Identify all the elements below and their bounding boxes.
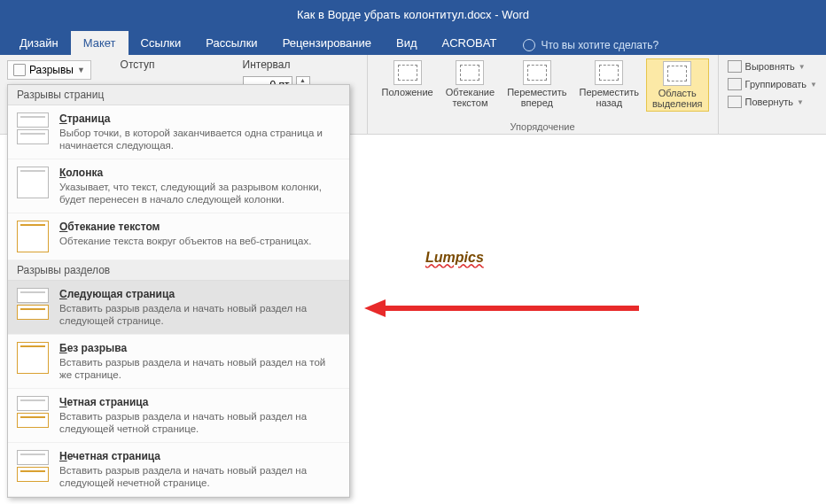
- break-column[interactable]: КолонкаУказывает, что текст, следующий з…: [8, 159, 349, 213]
- align-button[interactable]: Выровнять▼: [724, 58, 821, 74]
- breaks-label: Разрывы: [29, 64, 74, 76]
- tab-design[interactable]: Дизайн: [7, 31, 71, 55]
- chevron-down-icon: ▼: [77, 66, 85, 74]
- arrow-line: [382, 306, 639, 311]
- tab-mailings[interactable]: Рассылки: [193, 31, 269, 55]
- item-desc: Вставить разрыв раздела и начать новый р…: [59, 464, 340, 489]
- break-continuous[interactable]: Без разрываВставить разрыв раздела и нач…: [8, 335, 349, 389]
- item-desc: Обтекание текста вокруг объектов на веб-…: [59, 235, 340, 247]
- arrange-side-buttons: Выровнять▼ Группировать▼ Повернуть▼: [719, 55, 826, 134]
- item-desc: Вставить разрыв раздела и начать новый р…: [59, 356, 340, 381]
- group-icon: [728, 78, 742, 90]
- item-desc: Вставить разрыв раздела и начать новый р…: [59, 410, 340, 435]
- ribbon: Разрывы ▼ Отступ Интервал 0 пт ▲▼ 8 пт ▲…: [0, 55, 826, 135]
- item-title: Четная страница: [59, 396, 340, 408]
- send-backward-button[interactable]: Переместить назад: [574, 58, 644, 112]
- position-icon: [394, 60, 422, 85]
- even-page-icon: [17, 396, 49, 428]
- item-desc: Указывает, что текст, следующий за разры…: [59, 181, 340, 205]
- column-break-icon: [17, 167, 49, 198]
- item-title: Следующая страница: [59, 288, 340, 300]
- tab-acrobat[interactable]: ACROBAT: [430, 31, 510, 55]
- wrap-text-button[interactable]: Обтекание текстом: [440, 58, 500, 112]
- align-icon: [728, 60, 742, 73]
- item-title: Обтекание текстом: [59, 221, 340, 233]
- ribbon-tabs: Дизайн Макет Ссылки Рассылки Рецензирова…: [0, 29, 826, 55]
- tell-me-label: Что вы хотите сделать?: [541, 39, 658, 51]
- position-button[interactable]: Положение: [377, 58, 439, 112]
- chevron-down-icon: ▼: [810, 81, 817, 89]
- break-page[interactable]: СтраницаВыбор точки, в которой заканчива…: [8, 105, 349, 159]
- dropdown-section-page-breaks: Разрывы страниц: [8, 85, 349, 105]
- bring-forward-button[interactable]: Переместить вперед: [502, 58, 572, 112]
- break-text-wrapping[interactable]: Обтекание текстомОбтекание текста вокруг…: [8, 213, 349, 260]
- tab-references[interactable]: Ссылки: [129, 31, 194, 55]
- tell-me-search[interactable]: Что вы хотите сделать?: [516, 35, 666, 55]
- indent-label: Отступ: [121, 58, 236, 71]
- chevron-down-icon: ▼: [799, 63, 806, 71]
- breaks-dropdown: Разрывы страниц СтраницаВыбор точки, в к…: [7, 84, 350, 498]
- window-title: Как в Ворде убрать колонтитул.docx - Wor…: [297, 8, 529, 21]
- wrap-break-icon: [17, 221, 49, 252]
- breaks-button[interactable]: Разрывы ▼: [7, 60, 91, 80]
- break-odd-page[interactable]: Нечетная страницаВставить разрыв раздела…: [8, 443, 349, 497]
- odd-page-icon: [17, 450, 49, 482]
- forward-icon: [523, 60, 551, 85]
- breaks-icon: [13, 64, 26, 76]
- next-page-icon: [17, 288, 49, 320]
- group-button[interactable]: Группировать▼: [724, 76, 821, 92]
- break-even-page[interactable]: Четная страницаВставить разрыв раздела и…: [8, 389, 349, 443]
- arrange-group: Положение Обтекание текстом Переместить …: [368, 55, 719, 134]
- selection-icon: [663, 61, 691, 86]
- dropdown-section-section-breaks: Разрывы разделов: [8, 260, 349, 281]
- continuous-icon: [17, 342, 49, 374]
- wrap-icon: [456, 60, 484, 85]
- selection-pane-button[interactable]: Область выделения: [646, 58, 709, 112]
- tab-layout[interactable]: Макет: [71, 31, 129, 55]
- tab-review[interactable]: Рецензирование: [270, 31, 384, 55]
- break-next-page[interactable]: Следующая страницаВставить разрыв раздел…: [8, 281, 349, 335]
- item-title: Колонка: [59, 167, 340, 179]
- page-break-icon: [17, 112, 49, 144]
- backward-icon: [595, 60, 623, 85]
- chevron-down-icon: ▼: [797, 98, 804, 106]
- document-text: Lumpics: [425, 250, 484, 266]
- rotate-button[interactable]: Повернуть▼: [724, 94, 821, 110]
- item-desc: Вставить разрыв раздела и начать новый р…: [59, 302, 340, 327]
- item-title: Нечетная страница: [59, 450, 340, 462]
- item-title: Без разрыва: [59, 342, 340, 354]
- rotate-icon: [728, 96, 742, 108]
- item-title: Страница: [59, 112, 340, 125]
- arrange-group-label: Упорядочение: [377, 121, 709, 132]
- tab-view[interactable]: Вид: [384, 31, 430, 55]
- title-bar: Как в Ворде убрать колонтитул.docx - Wor…: [0, 0, 826, 29]
- lightbulb-icon: [523, 39, 535, 51]
- item-desc: Выбор точки, в которой заканчивается одн…: [59, 127, 340, 151]
- interval-label: Интервал: [243, 58, 358, 71]
- annotation-arrow: [364, 299, 639, 317]
